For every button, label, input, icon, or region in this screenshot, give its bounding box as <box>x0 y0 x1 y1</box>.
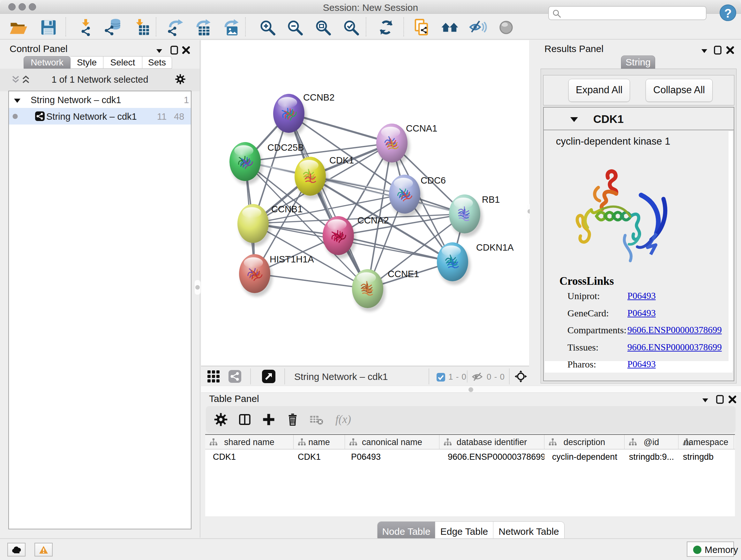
import-table-button[interactable] <box>131 18 149 37</box>
node-CCNA2[interactable]: CCNA2 <box>323 215 389 259</box>
node-CDKN1A[interactable]: CDKN1A <box>437 242 514 285</box>
selected-checkbox-icon[interactable] <box>436 373 445 381</box>
network-view-title: String Network – cdk1 <box>294 371 388 382</box>
network-canvas[interactable]: CCNB2 CCNA1 CDC25B CDK1 CDC6 RB1 CCNB1 <box>201 40 529 365</box>
node-CCNB2[interactable]: CCNB2 <box>273 92 334 136</box>
results-panel-title: Results Panel <box>544 44 603 54</box>
open-in-window-icon[interactable] <box>262 370 275 383</box>
tab-style[interactable]: Style <box>71 56 104 69</box>
import-network-button[interactable] <box>77 18 94 37</box>
warning-status-button[interactable] <box>35 543 53 557</box>
table-cell[interactable]: 9606.ENSP00000378699 <box>440 450 544 465</box>
tab-network[interactable]: Network <box>23 56 71 69</box>
table-cell[interactable]: CDK1 <box>293 450 345 465</box>
crosslink-value-link[interactable]: P06493 <box>627 359 656 369</box>
column-header-shared-name[interactable]: shared name <box>205 435 293 449</box>
cloud-status-button[interactable] <box>7 543 25 557</box>
save-session-button[interactable] <box>40 18 57 37</box>
network-options-gear-icon[interactable] <box>175 74 186 84</box>
export-network-icon <box>166 18 185 37</box>
table-row[interactable]: CDK1CDK1P064939606.ENSP00000378699cyclin… <box>205 450 735 465</box>
toolbar-separator <box>366 17 366 37</box>
crosslink-value-link[interactable]: 9606.ENSP00000378699 <box>627 325 722 335</box>
crosslink-label: Tissues: <box>567 342 598 353</box>
open-session-button[interactable] <box>10 18 27 37</box>
fit-content-crosshair-icon[interactable] <box>515 370 527 383</box>
table-cell[interactable]: P06493 <box>345 450 440 465</box>
memory-button[interactable]: Memory <box>687 542 734 557</box>
column-header-canonical-name[interactable]: canonical name <box>345 435 440 449</box>
add-column-icon[interactable] <box>262 413 276 427</box>
control-panel-close-icon[interactable] <box>181 45 192 56</box>
column-header-database-identifier[interactable]: database identifier <box>440 435 544 449</box>
table-settings-gear-icon[interactable] <box>214 413 228 427</box>
results-panel-float-icon[interactable] <box>699 45 710 56</box>
export-table-button[interactable] <box>194 18 212 37</box>
tab-string[interactable]: String <box>621 56 655 69</box>
node-label-RB1: RB1 <box>482 194 500 205</box>
table-cell[interactable]: stringdb:9... <box>624 450 678 465</box>
cloud-icon <box>11 545 21 555</box>
hide-panel-button[interactable] <box>469 18 487 37</box>
control-panel-tabs: Network Style Select Sets <box>23 56 172 69</box>
show-columns-icon[interactable] <box>238 413 252 427</box>
column-header-description[interactable]: description <box>544 435 624 449</box>
search-input[interactable] <box>548 6 706 20</box>
collection-expand-icon[interactable] <box>13 97 21 105</box>
gene-collapse-icon[interactable] <box>569 115 579 124</box>
column-header--id[interactable]: @id <box>624 435 678 449</box>
export-network-button[interactable] <box>166 18 185 37</box>
import-database-button[interactable] <box>104 18 121 37</box>
results-panel-close-icon[interactable] <box>725 45 736 56</box>
column-header-name[interactable]: name <box>293 435 345 449</box>
gene-header[interactable]: CDK1 <box>544 108 734 130</box>
network-badge-icon[interactable] <box>228 370 241 383</box>
duplicate-pages-button[interactable] <box>413 18 431 37</box>
function-builder-icon[interactable]: f(x) <box>333 413 357 427</box>
table-cell[interactable]: cyclin-dependent ... <box>544 450 624 465</box>
table-panel-close-icon[interactable] <box>727 394 738 405</box>
horizontal-splitter[interactable] <box>201 386 741 393</box>
node-CCNA1[interactable]: CCNA1 <box>376 123 437 166</box>
tab-sets[interactable]: Sets <box>142 56 172 69</box>
crosslink-row: Compartments: 9606.ENSP00000378699 <box>544 325 734 339</box>
table-cell[interactable]: CDK1 <box>205 450 293 465</box>
zoom-in-button[interactable] <box>259 18 276 37</box>
network-row[interactable]: String Network – cdk1 11 48 <box>9 108 191 125</box>
export-table-icon <box>194 18 212 37</box>
crosslink-value-link[interactable]: P06493 <box>627 291 656 301</box>
node-RB1[interactable]: RB1 <box>449 194 500 237</box>
crosslink-value-link[interactable]: 9606.ENSP00000378699 <box>627 342 722 353</box>
collapse-all-button[interactable]: Collapse All <box>646 79 713 102</box>
export-image-button[interactable] <box>222 18 240 37</box>
control-panel-float-icon[interactable] <box>154 45 165 56</box>
node-CDC6[interactable]: CDC6 <box>389 175 446 217</box>
expand-all-button[interactable]: Expand All <box>568 79 630 102</box>
tab-select[interactable]: Select <box>104 56 142 69</box>
zoom-fit-button[interactable] <box>314 18 332 37</box>
table-panel-maximize-icon[interactable] <box>715 394 726 405</box>
network-status-dot <box>12 114 18 119</box>
results-panel-maximize-icon[interactable] <box>713 45 724 56</box>
home-networks-button[interactable] <box>441 18 459 37</box>
splitter-grip[interactable] <box>468 387 473 392</box>
column-header-namespace[interactable]: namespace <box>678 435 734 449</box>
memory-label: Memory <box>704 545 738 555</box>
node-HIST1H1A[interactable]: HIST1H1A <box>239 254 314 297</box>
grid-view-icon[interactable] <box>207 370 220 383</box>
duplicate-pages-icon <box>413 18 431 37</box>
zoom-selected-button[interactable] <box>342 18 360 37</box>
table-cell[interactable]: stringdb <box>678 450 734 465</box>
node-label-CDK1: CDK1 <box>329 155 354 165</box>
delete-column-icon[interactable] <box>286 413 300 427</box>
preview-sphere-button[interactable] <box>497 18 515 37</box>
network-collection-row[interactable]: String Network – cdk1 1 <box>9 91 191 108</box>
zoom-out-button[interactable] <box>286 18 304 37</box>
refresh-layout-button[interactable] <box>377 18 395 37</box>
crosslink-value-link[interactable]: P06493 <box>627 308 656 318</box>
left-splitter-grip[interactable] <box>195 280 200 295</box>
help-button[interactable]: ? <box>720 4 736 21</box>
delete-table-icon[interactable] <box>310 413 324 427</box>
table-panel-float-icon[interactable] <box>700 395 711 406</box>
control-panel-maximize-icon[interactable] <box>169 45 180 56</box>
